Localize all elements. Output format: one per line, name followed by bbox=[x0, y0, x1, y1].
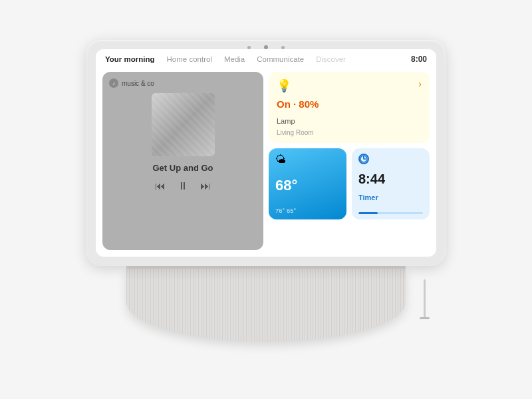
lamp-name: Lamp bbox=[277, 117, 422, 125]
nav-communicate[interactable]: Communicate bbox=[257, 55, 304, 63]
timer-icon-row bbox=[358, 154, 423, 164]
timer-time: 8:44 bbox=[358, 172, 423, 186]
camera-dot-left bbox=[247, 46, 251, 49]
clock-time: 8:00 bbox=[411, 55, 427, 64]
timer-label: Timer bbox=[358, 194, 423, 201]
timer-progress-bar bbox=[358, 212, 423, 214]
lamp-card[interactable]: 💡 › On · 80% Lamp Living Room bbox=[269, 72, 430, 143]
temperature: 68° bbox=[275, 178, 340, 193]
song-title: Get Up and Go bbox=[153, 163, 213, 173]
lamp-status: On · 80% bbox=[277, 98, 422, 110]
nav-your-morning[interactable]: Your morning bbox=[105, 55, 155, 63]
lamp-room: Living Room bbox=[277, 129, 422, 136]
music-app-icon: ♪ bbox=[109, 78, 118, 88]
weather-icon-row: 🌤 bbox=[275, 154, 340, 166]
google-home-hub: Your morning Home control Media Communic… bbox=[80, 40, 452, 359]
playback-controls: ⏮ ⏸ ⏭ bbox=[155, 181, 211, 192]
weather-card[interactable]: 🌤 68° 76° 65° bbox=[269, 148, 346, 219]
device-screen: Your morning Home control Media Communic… bbox=[96, 49, 436, 257]
chevron-right-icon: › bbox=[418, 78, 422, 89]
timer-progress-fill bbox=[358, 212, 378, 214]
music-header: ♪ music & co bbox=[109, 78, 154, 88]
play-pause-button[interactable]: ⏸ bbox=[178, 181, 188, 192]
camera-dot-right bbox=[281, 46, 285, 49]
nav-discover[interactable]: Discover bbox=[316, 55, 346, 63]
music-card[interactable]: ♪ music & co Get Up and Go ⏮ ⏸ ⏭ bbox=[102, 72, 263, 250]
power-cable bbox=[424, 279, 426, 319]
prev-button[interactable]: ⏮ bbox=[155, 181, 166, 192]
speaker-base bbox=[126, 269, 406, 342]
timer-icon bbox=[358, 154, 369, 164]
album-art bbox=[152, 93, 215, 156]
nav-media[interactable]: Media bbox=[224, 55, 245, 63]
temp-range: 76° 65° bbox=[275, 207, 340, 214]
camera-dots bbox=[247, 45, 285, 49]
nav-bar: Your morning Home control Media Communic… bbox=[96, 49, 436, 69]
bulb-icon: 💡 bbox=[277, 78, 291, 93]
camera-dot-center bbox=[264, 45, 268, 49]
next-button[interactable]: ⏭ bbox=[200, 181, 211, 192]
music-app-name: music & co bbox=[122, 80, 154, 87]
main-content: ♪ music & co Get Up and Go ⏮ ⏸ ⏭ bbox=[96, 69, 436, 257]
timer-card[interactable]: 8:44 Timer bbox=[352, 148, 430, 219]
sun-icon: 🌤 bbox=[275, 154, 286, 166]
lamp-top: 💡 › bbox=[277, 78, 422, 93]
right-grid: 💡 › On · 80% Lamp Living Room 🌤 bbox=[269, 72, 430, 219]
bottom-right: 🌤 68° 76° 65° bbox=[269, 148, 430, 219]
screen-shell: Your morning Home control Media Communic… bbox=[86, 40, 446, 266]
music-note-icon: ♪ bbox=[112, 80, 115, 86]
nav-home-control[interactable]: Home control bbox=[167, 55, 212, 63]
